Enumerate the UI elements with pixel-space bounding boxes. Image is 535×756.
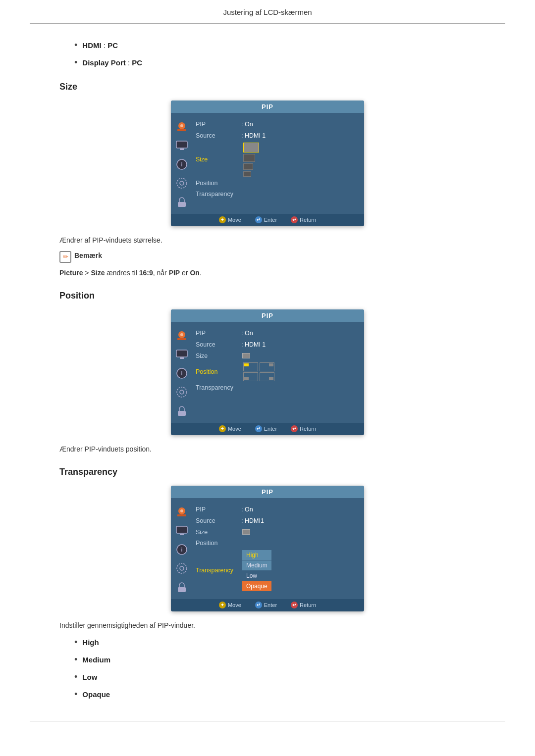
svg-rect-29 bbox=[178, 587, 186, 592]
size-mini-indicator-2 bbox=[242, 529, 250, 535]
bullet-dot: • bbox=[74, 636, 77, 649]
pip-title-size: PIP bbox=[171, 101, 364, 113]
move-icon: ✦ bbox=[219, 216, 226, 223]
list-item: • Opaque bbox=[74, 688, 476, 701]
page-header: Justering af LCD-skærmen bbox=[30, 0, 505, 24]
size-mini-indicator bbox=[242, 353, 250, 358]
pos-thumb-tl bbox=[243, 362, 258, 371]
pos-option-row-1 bbox=[243, 362, 274, 371]
svg-point-27 bbox=[180, 566, 184, 570]
lock-icon-3 bbox=[174, 579, 190, 595]
size-options bbox=[243, 143, 259, 177]
pip-row-transparency: Transparency bbox=[196, 189, 364, 200]
transp-row-size: Size bbox=[196, 527, 364, 538]
svg-point-17 bbox=[180, 390, 184, 394]
transparency-bullet-list: • High • Medium • Low • Opaque bbox=[74, 636, 476, 701]
pip-title-position: PIP bbox=[171, 309, 364, 322]
enter-icon-3: ↵ bbox=[255, 602, 262, 608]
list-item: • Medium bbox=[74, 653, 476, 666]
pip-sidebar-size: i bbox=[171, 117, 193, 212]
screen-icon-3 bbox=[174, 523, 190, 539]
size-option-row-4 bbox=[243, 171, 259, 177]
bottom-rule bbox=[30, 721, 505, 721]
transp-option-opaque: Opaque bbox=[242, 581, 271, 591]
picture-icon-2 bbox=[174, 328, 190, 344]
svg-text:i: i bbox=[181, 161, 182, 167]
high-label: High bbox=[82, 637, 99, 649]
svg-rect-9 bbox=[178, 202, 186, 207]
size-caption: Ændrer af PIP-vinduets størrelse. bbox=[59, 235, 476, 246]
list-item: • High bbox=[74, 636, 476, 649]
screen-icon-2 bbox=[174, 347, 190, 362]
pos-row-size: Size bbox=[196, 351, 364, 362]
pip-body-position: i bbox=[171, 322, 364, 423]
footer-return-2: ↩ Return bbox=[291, 425, 316, 433]
bullet-dot: • bbox=[74, 670, 77, 684]
transp-row-source: Source : HDMI1 bbox=[196, 515, 364, 527]
size-thumb-md bbox=[243, 154, 255, 162]
bullet-dot: • bbox=[74, 688, 77, 701]
pip-row-source: Source : HDMI 1 bbox=[196, 130, 364, 142]
size-option-row-2 bbox=[243, 154, 259, 162]
svg-rect-11 bbox=[177, 338, 186, 340]
transp-option-high: High bbox=[242, 550, 271, 560]
position-pip-screen: PIP bbox=[171, 309, 364, 435]
page-title: Justering af LCD-skærmen bbox=[223, 8, 312, 16]
bullet-dot: • bbox=[74, 39, 77, 52]
svg-point-2 bbox=[180, 124, 183, 127]
lock-icon-2 bbox=[174, 403, 190, 419]
position-heading: Position bbox=[59, 289, 476, 302]
transp-row-transparency: Transparency High Medium Low Opaque bbox=[196, 549, 364, 592]
svg-point-28 bbox=[177, 563, 187, 573]
pos-thumb-br bbox=[260, 372, 274, 381]
pip-row-pip: PIP : On bbox=[196, 119, 364, 130]
pip-row-size: Size bbox=[196, 142, 364, 178]
low-label: Low bbox=[82, 672, 97, 683]
svg-rect-19 bbox=[178, 411, 186, 416]
pos-option-row-2 bbox=[243, 372, 274, 381]
size-pip-screen: PIP bbox=[171, 101, 364, 226]
return-icon-3: ↩ bbox=[291, 602, 298, 608]
footer-enter: ↵ Enter bbox=[255, 216, 277, 224]
svg-rect-13 bbox=[176, 350, 187, 357]
move-icon-3: ✦ bbox=[219, 602, 226, 608]
enter-icon-2: ↵ bbox=[255, 425, 262, 432]
note-text: Bemærk bbox=[74, 251, 102, 261]
transp-row-position: Position bbox=[196, 538, 364, 549]
pip-menu-transparency: PIP : On Source : HDMI1 Size Position bbox=[193, 502, 364, 597]
size-option-row-3 bbox=[243, 163, 259, 170]
position-caption: Ændrer PIP-vinduets position. bbox=[59, 444, 476, 454]
size-thumb-sm bbox=[243, 163, 253, 170]
gear-icon-2 bbox=[174, 384, 190, 400]
pos-options bbox=[243, 362, 274, 381]
svg-rect-4 bbox=[180, 149, 184, 150]
pip-menu-position: PIP : On Source : HDMI 1 Size Positio bbox=[193, 326, 364, 421]
size-thumb-xs bbox=[243, 171, 251, 177]
pos-mini-br bbox=[269, 377, 273, 380]
transparency-caption: Indstiller gennemsigtigheden af PIP-vind… bbox=[59, 620, 476, 631]
opaque-label: Opaque bbox=[82, 689, 110, 701]
top-bullet-list: • HDMI : PC • Display Port : PC bbox=[74, 39, 476, 69]
footer-return: ↩ Return bbox=[291, 216, 316, 224]
move-icon-2: ✦ bbox=[219, 425, 226, 432]
transparency-heading: Transparency bbox=[59, 465, 476, 479]
size-thumb-lg bbox=[243, 143, 259, 152]
svg-rect-1 bbox=[177, 129, 186, 131]
info-icon-3: i bbox=[174, 542, 190, 557]
picture-icon-3 bbox=[174, 504, 190, 520]
return-icon: ↩ bbox=[291, 216, 298, 223]
svg-rect-3 bbox=[176, 141, 187, 148]
svg-rect-24 bbox=[180, 534, 184, 535]
transparency-screen-container: PIP bbox=[59, 486, 476, 611]
svg-rect-23 bbox=[176, 526, 187, 533]
pip-sidebar-transparency: i bbox=[171, 502, 193, 597]
svg-point-22 bbox=[180, 509, 183, 512]
transp-option-medium: Medium bbox=[242, 560, 271, 570]
svg-rect-21 bbox=[177, 514, 186, 516]
gear-icon-3 bbox=[174, 560, 190, 576]
pos-mini-tr bbox=[269, 363, 273, 366]
pos-row-position: Position bbox=[196, 361, 364, 382]
bullet-dot: • bbox=[74, 56, 77, 69]
footer-move-3: ✦ Move bbox=[219, 601, 241, 609]
pip-body-size: i bbox=[171, 113, 364, 214]
